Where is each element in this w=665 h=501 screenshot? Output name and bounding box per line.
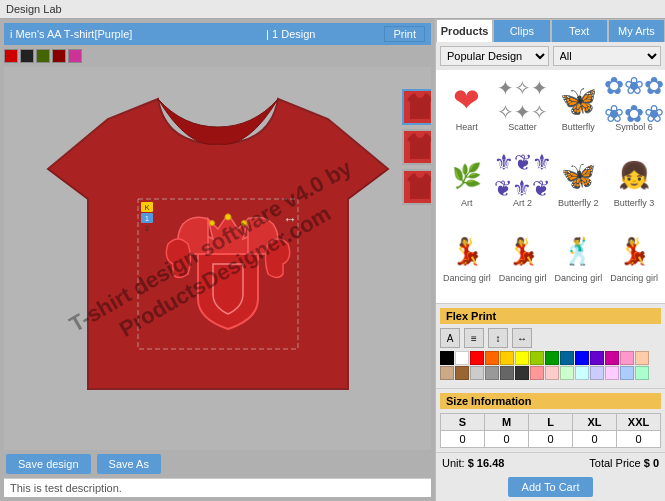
size-val-l[interactable] — [529, 431, 573, 448]
size-input-s[interactable] — [452, 433, 474, 445]
clip-dancing2[interactable]: 💃 Dancing girl — [496, 225, 550, 299]
svg-point-2 — [209, 220, 214, 225]
side-thumbnails — [402, 89, 432, 205]
clip-thumb-heart: ❤ — [444, 77, 490, 123]
palette-tan[interactable] — [440, 366, 454, 380]
clip-label-symbol6: Symbol 6 — [615, 123, 653, 133]
palette-light-gray[interactable] — [470, 366, 484, 380]
clip-label-butterfly2: Butterfly 2 — [558, 199, 599, 209]
palette-mint[interactable] — [560, 366, 574, 380]
text-tool-align[interactable]: ≡ — [464, 328, 484, 348]
text-tool-A[interactable]: A — [440, 328, 460, 348]
clip-label-butterfly3: Butterfly 3 — [614, 199, 655, 209]
palette-pink-light[interactable] — [620, 351, 634, 365]
size-input-xl[interactable] — [584, 433, 606, 445]
clip-symbol6[interactable]: ✿❀✿❀✿❀ Symbol 6 — [607, 74, 661, 148]
size-val-xxl[interactable] — [617, 431, 661, 448]
thumb-back[interactable] — [402, 129, 432, 165]
palette-peach[interactable] — [635, 351, 649, 365]
palette-red[interactable] — [470, 351, 484, 365]
canvas-header: i Men's AA T-shirt[Purple] | 1 Design Pr… — [4, 23, 431, 45]
clip-butterfly3[interactable]: 👧 Butterfly 3 — [607, 150, 661, 224]
design-type-select[interactable]: Popular Design All Designs — [440, 46, 549, 66]
palette-white[interactable] — [455, 351, 469, 365]
total-price-value: $ 0 — [644, 457, 659, 469]
palette-purple[interactable] — [590, 351, 604, 365]
swatch-black[interactable] — [20, 49, 34, 63]
clip-dancing4[interactable]: 💃 Dancing girl — [607, 225, 661, 299]
size-val-xl[interactable] — [573, 431, 617, 448]
palette-salmon[interactable] — [530, 366, 544, 380]
palette-black[interactable] — [440, 351, 454, 365]
category-select[interactable]: All Hearts Animals — [553, 46, 662, 66]
tab-text[interactable]: Text — [551, 19, 608, 42]
palette-light-pink[interactable] — [605, 366, 619, 380]
swatch-pink[interactable] — [68, 49, 82, 63]
add-to-cart-button[interactable]: Add To Cart — [508, 477, 594, 497]
palette-green[interactable] — [545, 351, 559, 365]
size-col-xl: XL — [573, 414, 617, 431]
print-button[interactable]: Print — [384, 26, 425, 42]
palette-gray[interactable] — [485, 366, 499, 380]
palette-lime[interactable] — [530, 351, 544, 365]
save-design-button[interactable]: Save design — [6, 454, 91, 474]
palette-rose[interactable] — [545, 366, 559, 380]
clip-label-scatter: Scatter — [508, 123, 537, 133]
clip-label-dancing2: Dancing girl — [499, 274, 547, 284]
clip-label-butterfly: Butterfly — [562, 123, 595, 133]
size-val-s[interactable] — [441, 431, 485, 448]
thumb-front[interactable] — [402, 89, 432, 125]
swatch-red[interactable] — [4, 49, 18, 63]
palette-yellow[interactable] — [515, 351, 529, 365]
tab-clips[interactable]: Clips — [493, 19, 550, 42]
clip-butterfly[interactable]: 🦋 Butterfly — [552, 74, 606, 148]
swatch-green[interactable] — [36, 49, 50, 63]
size-input-xxl[interactable] — [628, 433, 650, 445]
canvas-area: i Men's AA T-shirt[Purple] | 1 Design Pr… — [0, 19, 435, 501]
clip-art[interactable]: 🌿 Art — [440, 150, 494, 224]
clip-label-heart: Heart — [456, 123, 478, 133]
clip-thumb-art: 🌿 — [444, 153, 490, 199]
unit-price: $ 16.48 — [468, 457, 505, 469]
size-table: S M L XL XXL — [440, 413, 661, 448]
palette-teal[interactable] — [560, 351, 574, 365]
palette-sea-green[interactable] — [635, 366, 649, 380]
design-count: | 1 Design — [197, 28, 384, 40]
palette-yellow-orange[interactable] — [500, 351, 514, 365]
size-val-m[interactable] — [485, 431, 529, 448]
clip-thumb-butterfly3: 👧 — [611, 153, 657, 199]
tshirt-container: K 1 2 ↔ T-shirt design software v4.0 byP… — [38, 89, 398, 429]
clip-label-dancing1: Dancing girl — [443, 274, 491, 284]
clip-thumb-butterfly2: 🦋 — [555, 153, 601, 199]
clip-art2[interactable]: ⚜❦⚜❦⚜❦ Art 2 — [496, 150, 550, 224]
app-title: Design Lab — [6, 3, 62, 15]
app: Design Lab i Men's AA T-shirt[Purple] | … — [0, 0, 665, 501]
clip-heart[interactable]: ❤ Heart — [440, 74, 494, 148]
palette-blue[interactable] — [575, 351, 589, 365]
clip-dancing3[interactable]: 🕺 Dancing girl — [552, 225, 606, 299]
total-price-label: Total Price $ 0 — [589, 457, 659, 469]
flex-print-section: Flex Print A ≡ ↕ ↔ — [436, 303, 665, 388]
palette-very-dark-gray[interactable] — [515, 366, 529, 380]
palette-orange[interactable] — [485, 351, 499, 365]
svg-text:1: 1 — [145, 215, 149, 222]
tshirt-svg: K 1 2 ↔ — [38, 89, 398, 429]
clip-butterfly2[interactable]: 🦋 Butterfly 2 — [552, 150, 606, 224]
size-input-l[interactable] — [540, 433, 562, 445]
palette-light-cyan[interactable] — [575, 366, 589, 380]
palette-dark-gray[interactable] — [500, 366, 514, 380]
size-input-m[interactable] — [496, 433, 518, 445]
clip-scatter[interactable]: ✦✧✦✧✦✧ Scatter — [496, 74, 550, 148]
palette-brown[interactable] — [455, 366, 469, 380]
swatch-maroon[interactable] — [52, 49, 66, 63]
tab-products[interactable]: Products — [436, 19, 493, 42]
palette-lavender[interactable] — [590, 366, 604, 380]
thumb-left[interactable] — [402, 169, 432, 205]
palette-light-blue[interactable] — [620, 366, 634, 380]
tab-my-arts[interactable]: My Arts — [608, 19, 665, 42]
palette-magenta[interactable] — [605, 351, 619, 365]
text-tool-arrow[interactable]: ↔ — [512, 328, 532, 348]
clip-dancing1[interactable]: 💃 Dancing girl — [440, 225, 494, 299]
save-as-button[interactable]: Save As — [97, 454, 161, 474]
text-tool-resize[interactable]: ↕ — [488, 328, 508, 348]
